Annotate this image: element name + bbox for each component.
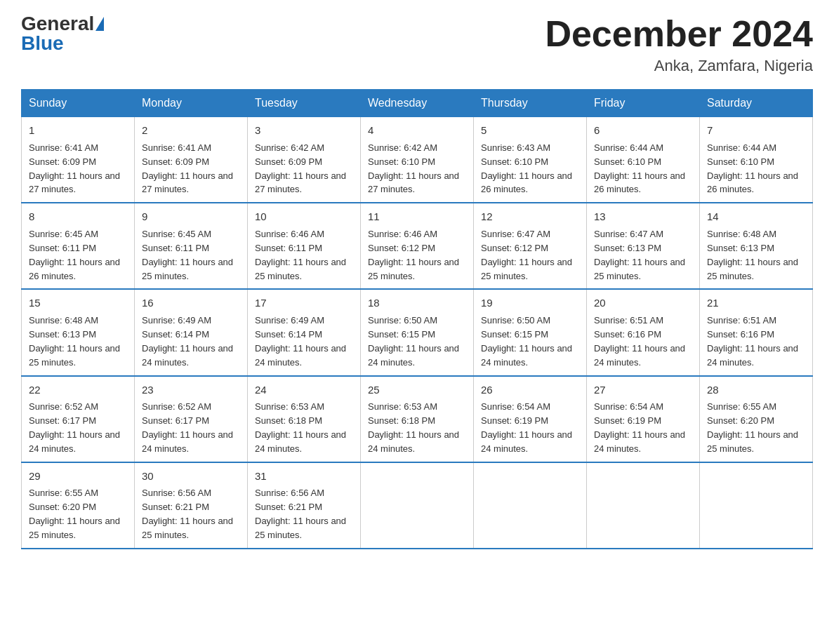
calendar-cell xyxy=(587,462,700,549)
day-number: 4 xyxy=(368,123,466,138)
day-number: 21 xyxy=(707,295,805,311)
day-info: Sunrise: 6:55 AMSunset: 6:20 PMDaylight:… xyxy=(707,401,798,454)
calendar-week-row: 1Sunrise: 6:41 AMSunset: 6:09 PMDaylight… xyxy=(22,117,813,203)
day-number: 27 xyxy=(594,382,692,398)
day-info: Sunrise: 6:54 AMSunset: 6:19 PMDaylight:… xyxy=(594,401,685,454)
day-number: 25 xyxy=(368,382,466,398)
day-info: Sunrise: 6:46 AMSunset: 6:11 PMDaylight:… xyxy=(255,229,346,281)
day-info: Sunrise: 6:49 AMSunset: 6:14 PMDaylight:… xyxy=(255,315,346,368)
day-number: 10 xyxy=(255,209,353,224)
day-info: Sunrise: 6:56 AMSunset: 6:21 PMDaylight:… xyxy=(255,488,346,540)
day-info: Sunrise: 6:51 AMSunset: 6:16 PMDaylight:… xyxy=(594,315,685,368)
day-info: Sunrise: 6:50 AMSunset: 6:15 PMDaylight:… xyxy=(368,315,459,368)
calendar-cell: 19Sunrise: 6:50 AMSunset: 6:15 PMDayligh… xyxy=(474,289,587,375)
calendar-cell: 3Sunrise: 6:42 AMSunset: 6:09 PMDaylight… xyxy=(248,117,361,203)
calendar-cell: 7Sunrise: 6:44 AMSunset: 6:10 PMDaylight… xyxy=(700,117,813,203)
calendar-table: SundayMondayTuesdayWednesdayThursdayFrid… xyxy=(21,89,813,549)
day-info: Sunrise: 6:49 AMSunset: 6:14 PMDaylight:… xyxy=(142,315,233,368)
day-number: 24 xyxy=(255,382,353,398)
day-info: Sunrise: 6:47 AMSunset: 6:13 PMDaylight:… xyxy=(594,229,685,281)
day-number: 29 xyxy=(29,469,127,484)
day-info: Sunrise: 6:46 AMSunset: 6:12 PMDaylight:… xyxy=(368,229,459,281)
calendar-cell: 2Sunrise: 6:41 AMSunset: 6:09 PMDaylight… xyxy=(135,117,248,203)
month-title: December 2024 xyxy=(545,14,813,54)
day-number: 20 xyxy=(594,295,692,311)
day-info: Sunrise: 6:41 AMSunset: 6:09 PMDaylight:… xyxy=(142,142,233,195)
day-info: Sunrise: 6:53 AMSunset: 6:18 PMDaylight:… xyxy=(368,401,459,454)
day-number: 31 xyxy=(255,469,353,484)
day-number: 13 xyxy=(594,209,692,224)
day-number: 9 xyxy=(142,209,240,224)
col-header-saturday: Saturday xyxy=(700,90,813,117)
calendar-cell: 6Sunrise: 6:44 AMSunset: 6:10 PMDaylight… xyxy=(587,117,700,203)
day-info: Sunrise: 6:56 AMSunset: 6:21 PMDaylight:… xyxy=(142,488,233,540)
day-number: 26 xyxy=(481,382,579,398)
day-info: Sunrise: 6:52 AMSunset: 6:17 PMDaylight:… xyxy=(142,401,233,454)
calendar-week-row: 15Sunrise: 6:48 AMSunset: 6:13 PMDayligh… xyxy=(22,289,813,375)
calendar-cell: 4Sunrise: 6:42 AMSunset: 6:10 PMDaylight… xyxy=(361,117,474,203)
calendar-cell: 23Sunrise: 6:52 AMSunset: 6:17 PMDayligh… xyxy=(135,376,248,462)
calendar-cell: 15Sunrise: 6:48 AMSunset: 6:13 PMDayligh… xyxy=(22,289,135,375)
day-number: 16 xyxy=(142,295,240,311)
day-number: 2 xyxy=(142,123,240,138)
calendar-cell: 16Sunrise: 6:49 AMSunset: 6:14 PMDayligh… xyxy=(135,289,248,375)
calendar-cell: 17Sunrise: 6:49 AMSunset: 6:14 PMDayligh… xyxy=(248,289,361,375)
day-number: 14 xyxy=(707,209,805,224)
day-number: 17 xyxy=(255,295,353,311)
calendar-cell: 22Sunrise: 6:52 AMSunset: 6:17 PMDayligh… xyxy=(22,376,135,462)
day-info: Sunrise: 6:45 AMSunset: 6:11 PMDaylight:… xyxy=(142,229,233,281)
calendar-cell: 28Sunrise: 6:55 AMSunset: 6:20 PMDayligh… xyxy=(700,376,813,462)
day-info: Sunrise: 6:52 AMSunset: 6:17 PMDaylight:… xyxy=(29,401,120,454)
day-info: Sunrise: 6:47 AMSunset: 6:12 PMDaylight:… xyxy=(481,229,572,281)
calendar-cell: 5Sunrise: 6:43 AMSunset: 6:10 PMDaylight… xyxy=(474,117,587,203)
calendar-cell: 9Sunrise: 6:45 AMSunset: 6:11 PMDaylight… xyxy=(135,203,248,289)
day-info: Sunrise: 6:55 AMSunset: 6:20 PMDaylight:… xyxy=(29,488,120,540)
col-header-monday: Monday xyxy=(135,90,248,117)
day-number: 7 xyxy=(707,123,805,138)
calendar-cell: 24Sunrise: 6:53 AMSunset: 6:18 PMDayligh… xyxy=(248,376,361,462)
calendar-cell: 11Sunrise: 6:46 AMSunset: 6:12 PMDayligh… xyxy=(361,203,474,289)
calendar-week-row: 22Sunrise: 6:52 AMSunset: 6:17 PMDayligh… xyxy=(22,376,813,462)
calendar-week-row: 8Sunrise: 6:45 AMSunset: 6:11 PMDaylight… xyxy=(22,203,813,289)
calendar-cell: 29Sunrise: 6:55 AMSunset: 6:20 PMDayligh… xyxy=(22,462,135,549)
calendar-cell: 21Sunrise: 6:51 AMSunset: 6:16 PMDayligh… xyxy=(700,289,813,375)
col-header-thursday: Thursday xyxy=(474,90,587,117)
col-header-friday: Friday xyxy=(587,90,700,117)
day-number: 3 xyxy=(255,123,353,138)
logo-blue-text: Blue xyxy=(21,34,64,53)
calendar-cell: 27Sunrise: 6:54 AMSunset: 6:19 PMDayligh… xyxy=(587,376,700,462)
day-number: 12 xyxy=(481,209,579,224)
day-number: 19 xyxy=(481,295,579,311)
calendar-cell: 26Sunrise: 6:54 AMSunset: 6:19 PMDayligh… xyxy=(474,376,587,462)
day-number: 30 xyxy=(142,469,240,484)
day-number: 6 xyxy=(594,123,692,138)
calendar-cell: 31Sunrise: 6:56 AMSunset: 6:21 PMDayligh… xyxy=(248,462,361,549)
calendar-cell: 12Sunrise: 6:47 AMSunset: 6:12 PMDayligh… xyxy=(474,203,587,289)
day-number: 28 xyxy=(707,382,805,398)
location-text: Anka, Zamfara, Nigeria xyxy=(545,57,813,75)
calendar-cell: 18Sunrise: 6:50 AMSunset: 6:15 PMDayligh… xyxy=(361,289,474,375)
calendar-cell: 8Sunrise: 6:45 AMSunset: 6:11 PMDaylight… xyxy=(22,203,135,289)
day-number: 23 xyxy=(142,382,240,398)
day-number: 5 xyxy=(481,123,579,138)
calendar-cell: 1Sunrise: 6:41 AMSunset: 6:09 PMDaylight… xyxy=(22,117,135,203)
title-block: December 2024 Anka, Zamfara, Nigeria xyxy=(545,14,813,75)
day-info: Sunrise: 6:43 AMSunset: 6:10 PMDaylight:… xyxy=(481,142,572,195)
logo-triangle-icon xyxy=(95,17,104,31)
col-header-sunday: Sunday xyxy=(22,90,135,117)
day-number: 8 xyxy=(29,209,127,224)
page-header: General Blue December 2024 Anka, Zamfara… xyxy=(21,14,813,75)
day-info: Sunrise: 6:54 AMSunset: 6:19 PMDaylight:… xyxy=(481,401,572,454)
calendar-cell xyxy=(474,462,587,549)
calendar-cell: 20Sunrise: 6:51 AMSunset: 6:16 PMDayligh… xyxy=(587,289,700,375)
day-info: Sunrise: 6:41 AMSunset: 6:09 PMDaylight:… xyxy=(29,142,120,195)
day-info: Sunrise: 6:48 AMSunset: 6:13 PMDaylight:… xyxy=(29,315,120,368)
day-number: 18 xyxy=(368,295,466,311)
col-header-tuesday: Tuesday xyxy=(248,90,361,117)
calendar-cell: 25Sunrise: 6:53 AMSunset: 6:18 PMDayligh… xyxy=(361,376,474,462)
day-info: Sunrise: 6:48 AMSunset: 6:13 PMDaylight:… xyxy=(707,229,798,281)
day-info: Sunrise: 6:45 AMSunset: 6:11 PMDaylight:… xyxy=(29,229,120,281)
day-number: 22 xyxy=(29,382,127,398)
calendar-cell: 13Sunrise: 6:47 AMSunset: 6:13 PMDayligh… xyxy=(587,203,700,289)
day-info: Sunrise: 6:44 AMSunset: 6:10 PMDaylight:… xyxy=(707,142,798,195)
